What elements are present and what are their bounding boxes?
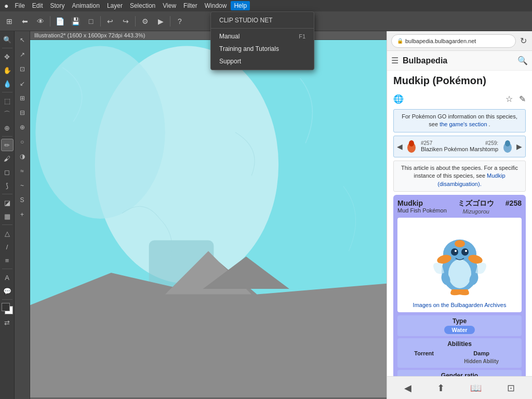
tool-line[interactable]: / [1,241,14,253]
tool-move[interactable]: ✥ [1,50,14,63]
browser-back-button[interactable]: ◀ [400,380,416,396]
toolbar-prev[interactable]: ⬅ [18,14,32,29]
tool-eyedrop[interactable]: 💧 [1,77,14,90]
tool-text[interactable]: A [1,271,14,284]
toolbar-new[interactable]: 📄 [52,14,67,29]
tool-eraser[interactable]: ◻ [1,166,14,178]
browser-bottom-bar: ◀ ⬆ 📖 ⊡ [387,376,532,399]
canvas-title-bar: Illustration2* (1600 x 1600px 72dpi 443.… [30,31,387,40]
sub-tool-4[interactable]: ↙ [16,77,29,90]
dropdown-item-clip-studio-net[interactable]: CLIP STUDIO NET [211,14,314,26]
tool-zoom[interactable]: 🔍 [1,33,14,46]
svg-point-19 [455,250,457,252]
tool-blend[interactable]: ⟆ [1,179,14,192]
tool-pen[interactable]: ✏ [1,139,14,151]
browser-search-button[interactable]: 🔍 [517,56,528,65]
tool-lasso[interactable]: ⌒ [1,108,14,121]
sub-tool-5[interactable]: ⊞ [16,91,29,105]
tool-gradient[interactable]: ▦ [1,210,14,222]
tool-sep5 [2,224,12,225]
tool-fill[interactable]: ◪ [1,196,14,209]
tool-auto-select[interactable]: ⊕ [1,122,14,134]
tool-select[interactable]: ⬚ [1,95,14,107]
toolbar-eye[interactable]: 👁 [33,14,48,29]
menu-layer[interactable]: Layer [104,1,126,10]
prev-pokemon: #257 Blaziken Pokémon [404,139,468,154]
sub-tool-2[interactable]: ↗ [16,48,29,61]
next-arrow[interactable]: ▶ [516,142,522,151]
menu-bar: ● File Edit Story Animation Layer Select… [0,0,532,11]
tool-swap-colors[interactable]: ⇄ [1,316,14,329]
toolbar-redo[interactable]: ↪ [118,14,133,29]
sub-tool-7[interactable]: ⊕ [16,121,29,134]
next-pokemon-sprite [500,139,515,154]
toolbar-help[interactable]: ? [172,14,187,29]
tool-balloon[interactable]: 💬 [1,285,14,297]
infobox-name: Mudkip [397,199,447,207]
dropdown-item-support[interactable]: Support [211,55,314,68]
ability2-name[interactable]: Damp [446,350,516,357]
menu-file[interactable]: File [11,1,28,10]
toolbar-grid[interactable]: ⊞ [2,14,17,29]
sub-tool-opacity[interactable]: ◑ [16,150,29,163]
toolbar-save[interactable]: 💾 [68,14,83,29]
apple-menu[interactable]: ● [4,2,8,10]
translate-icon[interactable]: 🌐 [393,94,404,104]
dropdown-item-manual[interactable]: Manual F1 [211,30,314,43]
ability1[interactable]: Torrent [403,350,445,357]
notice-link[interactable]: the game's section [440,121,487,127]
toolbar-settings[interactable]: ⚙ [138,14,152,29]
tool-brush[interactable]: 🖌 [1,152,14,165]
svg-point-18 [461,248,469,256]
tool-layers[interactable]: ≡ [1,254,14,267]
svg-point-8 [409,140,414,147]
infobox-abilities-row: Abilities Torrent Damp Hidden Ability [397,338,522,368]
menu-window[interactable]: Window [202,1,230,10]
canvas-container[interactable] [30,40,387,397]
infobox-image-link[interactable]: Images on the Bulbagarden Archives [413,302,507,308]
sub-tool-stabilize[interactable]: S [16,193,29,207]
toolbar-right-arrow[interactable]: ▶ [153,14,168,29]
edit-icon[interactable]: ✎ [519,94,526,104]
menu-help[interactable]: Help [231,1,250,10]
svg-point-2 [35,46,165,219]
menu-story[interactable]: Story [47,1,68,10]
manual-shortcut: F1 [299,33,305,39]
browser-tabs-button[interactable]: ⊡ [503,380,519,396]
toolbar-export[interactable]: □ [84,14,98,29]
menu-selection[interactable]: Selection [127,1,158,10]
dropdown-item-training[interactable]: Training and Tutorials [211,43,314,55]
menu-edit[interactable]: Edit [29,1,46,10]
tool-shape[interactable]: △ [1,227,14,240]
color-foreground[interactable] [2,303,13,314]
sub-tool-6[interactable]: ⊟ [16,106,29,119]
svg-point-14 [455,240,465,247]
next-pokemon: #259: Marshtomp [470,139,515,154]
toolbar-sep4 [170,16,170,26]
menu-animation[interactable]: Animation [69,1,103,10]
infobox-jp-romaji: Mizugorou [458,208,494,215]
browser-url-bar[interactable]: 🔒 bulbapedia.bulbagarden.net [391,34,516,48]
tool-hand[interactable]: ✋ [1,64,14,76]
main-area: 🔍 ✥ ✋ 💧 ⬚ ⌒ ⊕ ✏ 🖌 ◻ ⟆ ◪ ▦ △ / ≡ A 💬 ⇄ ↖ … [0,31,532,399]
sub-tool-smoothing[interactable]: ~ [16,179,29,192]
toolbar-undo[interactable]: ↩ [103,14,117,29]
svg-point-17 [451,248,458,256]
hamburger-menu-button[interactable]: ☰ [391,56,398,65]
sub-tool-flow[interactable]: ≈ [16,164,29,178]
menu-filter[interactable]: Filter [180,1,201,10]
help-dropdown-menu: CLIP STUDIO NET Manual F1 Training and T… [210,11,314,70]
browser-bookmark-button[interactable]: 📖 [466,380,486,396]
svg-point-20 [465,250,467,252]
browser-refresh-button[interactable]: ↻ [519,35,528,47]
star-icon[interactable]: ☆ [506,94,513,104]
menu-view[interactable]: View [159,1,179,10]
tool-sep2 [2,92,12,92]
sub-tool-3[interactable]: ⊡ [16,62,29,76]
infobox-jp-name: ミズゴロウ [458,199,494,208]
sub-tool-extra[interactable]: + [16,208,29,221]
browser-share-button[interactable]: ⬆ [433,380,449,396]
prev-arrow[interactable]: ◀ [397,142,403,151]
sub-tool-brush-size[interactable]: ○ [16,135,29,149]
sub-tool-1[interactable]: ↖ [16,33,29,47]
